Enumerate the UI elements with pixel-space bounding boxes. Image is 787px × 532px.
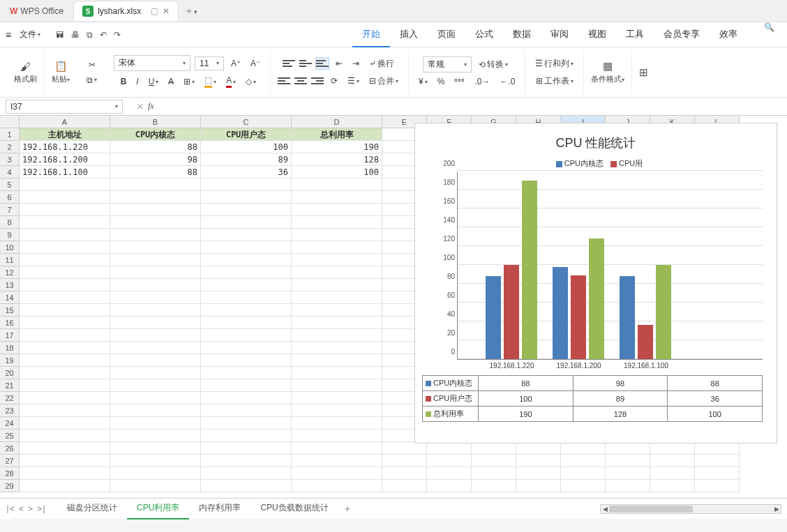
cell[interactable]	[606, 480, 650, 492]
format-painter-group[interactable]: 🖌 格式刷	[7, 52, 45, 93]
cell[interactable]	[201, 404, 292, 417]
align-right-icon[interactable]	[311, 75, 324, 86]
border-button[interactable]: ⊞▾	[181, 75, 197, 88]
select-all-corner[interactable]	[0, 116, 20, 128]
row-header[interactable]: 8	[0, 216, 20, 229]
cell[interactable]	[292, 241, 382, 254]
cell[interactable]	[20, 392, 110, 404]
cell[interactable]	[650, 480, 695, 492]
cell[interactable]	[382, 442, 427, 455]
cell[interactable]	[201, 291, 292, 304]
search-icon[interactable]: 🔍	[757, 22, 781, 47]
cell[interactable]	[110, 304, 201, 317]
orientation-icon[interactable]: ⟳	[328, 75, 340, 87]
cell[interactable]	[292, 266, 382, 279]
cell[interactable]	[292, 442, 382, 455]
cell[interactable]	[292, 417, 382, 430]
tab-start[interactable]: 开始	[352, 22, 390, 47]
cell[interactable]	[20, 279, 110, 291]
scroll-thumb[interactable]	[609, 506, 693, 512]
cell[interactable]	[20, 367, 110, 379]
cell[interactable]	[382, 455, 427, 467]
cell[interactable]: 89	[201, 153, 292, 166]
cell[interactable]	[110, 392, 201, 404]
cell[interactable]	[201, 329, 292, 342]
cell[interactable]	[110, 178, 201, 191]
row-header[interactable]: 7	[0, 204, 20, 216]
cell[interactable]	[472, 455, 516, 467]
cell[interactable]	[201, 204, 292, 216]
row-header[interactable]: 10	[0, 241, 20, 254]
cell[interactable]	[561, 442, 606, 455]
row-header[interactable]: 28	[0, 467, 20, 480]
row-header[interactable]: 26	[0, 442, 20, 455]
number-format-select[interactable]: 常规▾	[423, 56, 472, 73]
table-style-group[interactable]: ⊞	[632, 52, 655, 93]
cell[interactable]	[201, 342, 292, 354]
decrease-font-icon[interactable]: A⁻	[248, 57, 263, 70]
cell[interactable]	[292, 467, 382, 480]
column-header[interactable]: A	[20, 116, 110, 128]
row-header[interactable]: 5	[0, 178, 20, 191]
cell[interactable]	[650, 455, 695, 467]
horizontal-scrollbar[interactable]: ◀ ▶	[600, 504, 781, 514]
tab-page[interactable]: 页面	[428, 22, 465, 47]
font-name-select[interactable]: 宋体▾	[114, 55, 190, 71]
row-header[interactable]: 24	[0, 417, 20, 430]
sheet-nav-first-icon[interactable]: ∣<	[6, 504, 15, 514]
cell[interactable]	[606, 467, 650, 480]
row-headers[interactable]: 1234567891011121314151617181920212223242…	[0, 128, 20, 492]
cell[interactable]	[201, 417, 292, 430]
cell[interactable]	[20, 229, 110, 241]
cell[interactable]	[110, 354, 201, 367]
cell[interactable]	[606, 455, 650, 467]
sheet-nav-last-icon[interactable]: >∣	[37, 504, 46, 514]
row-header[interactable]: 20	[0, 367, 20, 379]
cell[interactable]	[292, 392, 382, 404]
align-bottom-icon[interactable]	[316, 58, 329, 69]
cell[interactable]	[201, 392, 292, 404]
cell[interactable]	[110, 417, 201, 430]
cell[interactable]: 88	[110, 141, 201, 153]
spreadsheet-grid[interactable]: ABCDEFGHIJKL 123456789101112131415161718…	[0, 116, 787, 498]
name-box[interactable]: I37 ▾	[6, 100, 123, 114]
row-header[interactable]: 23	[0, 404, 20, 417]
cell[interactable]	[201, 279, 292, 291]
percent-icon[interactable]: %	[435, 75, 448, 88]
align-middle-icon[interactable]	[299, 58, 312, 69]
row-header[interactable]: 25	[0, 430, 20, 442]
cell[interactable]	[110, 204, 201, 216]
sheet-tab[interactable]: CPU负载数据统计	[250, 498, 338, 519]
cell[interactable]: CPU用户态	[201, 128, 292, 141]
close-tab-icon[interactable]: ✕	[163, 6, 170, 16]
cell[interactable]	[110, 291, 201, 304]
row-header[interactable]: 2	[0, 141, 20, 153]
row-header[interactable]: 4	[0, 166, 20, 178]
cell[interactable]	[110, 266, 201, 279]
cell[interactable]	[110, 404, 201, 417]
row-header[interactable]: 27	[0, 455, 20, 467]
cell[interactable]	[650, 442, 695, 455]
cell[interactable]	[292, 204, 382, 216]
cell[interactable]	[292, 430, 382, 442]
rowcol-button[interactable]: ☰ 行和列▾	[532, 56, 576, 71]
row-header[interactable]: 13	[0, 279, 20, 291]
cut-icon[interactable]: ✂	[86, 59, 98, 71]
sheet-tab[interactable]: 内存利用率	[189, 498, 250, 519]
align-top-icon[interactable]	[283, 58, 295, 69]
cell[interactable]	[201, 191, 292, 204]
cell[interactable]	[292, 455, 382, 467]
wrap-text-button[interactable]: ⤶换行	[366, 56, 397, 71]
cell[interactable]	[110, 229, 201, 241]
scroll-right-icon[interactable]: ▶	[772, 505, 781, 513]
bold-button[interactable]: B	[118, 75, 130, 88]
indent-decrease-icon[interactable]: ⇤	[333, 57, 345, 70]
cell[interactable]	[427, 455, 472, 467]
cell[interactable]	[472, 467, 516, 480]
cell[interactable]	[110, 254, 201, 266]
cell[interactable]	[292, 216, 382, 229]
sheet-tab[interactable]: CPU利用率	[127, 498, 189, 519]
cell[interactable]	[292, 329, 382, 342]
cell[interactable]: 36	[201, 166, 292, 178]
cell[interactable]	[292, 342, 382, 354]
